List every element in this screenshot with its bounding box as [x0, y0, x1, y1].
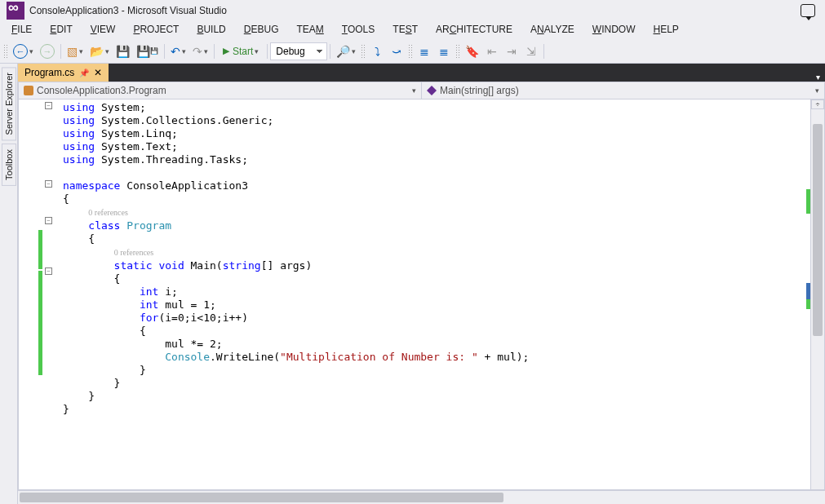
toolbar-grip-4[interactable] — [455, 44, 460, 59]
uncomment-button[interactable]: ≣ — [434, 42, 454, 61]
redo-button[interactable]: ↷ — [189, 42, 211, 61]
step-into-button[interactable]: ⤵ — [367, 42, 387, 61]
scrollbar-thumb[interactable] — [813, 124, 823, 336]
find-in-files-button[interactable]: 🔎 — [333, 42, 359, 61]
scope-selector[interactable]: ConsoleApplication3.Program — [19, 82, 422, 99]
code-text[interactable]: using System; using System.Collections.G… — [55, 99, 805, 489]
menu-window[interactable]: WINDOW — [584, 22, 644, 37]
scrollbar-thumb[interactable] — [20, 493, 503, 502]
class-icon — [24, 86, 33, 95]
open-file-button[interactable]: 📂 — [86, 42, 113, 61]
clear-bookmarks-button[interactable]: ⇲ — [521, 42, 541, 61]
menu-edit[interactable]: EDIT — [42, 22, 80, 37]
change-indicator — [38, 230, 42, 269]
menu-project[interactable]: PROJECT — [125, 22, 187, 37]
server-explorer-tab[interactable]: Server Explorer — [2, 67, 16, 140]
member-label: Main(string[] args) — [440, 85, 519, 96]
toolbar-grip[interactable] — [3, 44, 8, 59]
codelens-references[interactable]: 0 references — [114, 248, 154, 257]
solution-config-select[interactable]: Debug — [270, 42, 327, 60]
start-debug-button[interactable]: ▶Start — [217, 42, 264, 61]
window-title: ConsoleApplication3 - Microsoft Visual S… — [29, 5, 227, 16]
code-navigation-bar: ConsoleApplication3.Program Main(string[… — [18, 82, 825, 99]
pin-tab-icon[interactable]: 📌 — [79, 69, 89, 77]
outline-toggle[interactable]: − — [45, 267, 52, 275]
menu-debug[interactable]: DEBUG — [236, 22, 287, 37]
standard-toolbar: ← → ▧ 📂 💾 💾💾 ↶ ↷ ▶Start Debug 🔎 ⤵ ⤻ ≣ ≣ … — [0, 39, 825, 64]
split-handle-icon[interactable]: ÷ — [811, 99, 824, 109]
step-over-button[interactable]: ⤻ — [387, 42, 406, 61]
comment-out-button[interactable]: ≣ — [415, 42, 434, 61]
outline-toggle[interactable]: − — [45, 102, 52, 109]
tab-overflow-icon[interactable]: ▾ — [811, 73, 825, 82]
menu-help[interactable]: HELP — [645, 22, 686, 37]
method-icon — [427, 86, 437, 95]
new-project-button[interactable]: ▧ — [64, 42, 86, 61]
nav-forward-button[interactable]: → — [37, 42, 58, 61]
menu-architecture[interactable]: ARCHITECTURE — [428, 22, 521, 37]
outline-toggle[interactable]: − — [45, 180, 52, 188]
change-indicator — [38, 271, 42, 375]
save-button[interactable]: 💾 — [113, 42, 133, 61]
close-tab-icon[interactable]: ✕ — [94, 67, 102, 78]
vs-logo-icon — [7, 2, 24, 20]
menu-file[interactable]: FILE — [3, 22, 40, 37]
code-editor[interactable]: − − − − using System; using System.Colle… — [18, 99, 825, 490]
toolbox-tab[interactable]: Toolbox — [2, 144, 16, 186]
feedback-icon[interactable] — [801, 4, 815, 17]
next-bookmark-button[interactable]: ⇥ — [502, 42, 521, 61]
undo-button[interactable]: ↶ — [167, 42, 189, 61]
left-sidebar: Server Explorer Toolbox — [0, 64, 18, 504]
member-selector[interactable]: Main(string[] args) — [422, 82, 824, 99]
document-tab-label: Program.cs — [24, 67, 74, 78]
prev-bookmark-button[interactable]: ⇤ — [482, 42, 502, 61]
bookmark-button[interactable]: 🔖 — [462, 42, 482, 61]
outline-toggle[interactable]: − — [45, 217, 52, 224]
menu-analyze[interactable]: ANALYZE — [522, 22, 583, 37]
menu-bar: FILE EDIT VIEW PROJECT BUILD DEBUG TEAM … — [0, 21, 825, 39]
menu-view[interactable]: VIEW — [82, 22, 124, 37]
start-label: Start — [233, 46, 253, 57]
document-tab-well: Program.cs 📌 ✕ ▾ — [18, 64, 825, 82]
scope-label: ConsoleApplication3.Program — [37, 85, 166, 96]
menu-build[interactable]: BUILD — [189, 22, 233, 37]
vertical-scrollbar[interactable]: ÷ — [810, 99, 824, 489]
toolbar-grip-3[interactable] — [408, 44, 413, 59]
toolbar-grip-2[interactable] — [361, 44, 366, 59]
menu-team[interactable]: TEAM — [288, 22, 331, 37]
menu-tools[interactable]: TOOLS — [334, 22, 383, 37]
nav-back-button[interactable]: ← — [10, 42, 37, 61]
gutter: − − − − — [19, 99, 55, 489]
codelens-references[interactable]: 0 references — [88, 208, 128, 217]
title-bar: ConsoleApplication3 - Microsoft Visual S… — [0, 0, 825, 21]
horizontal-scrollbar[interactable] — [18, 490, 825, 504]
menu-test[interactable]: TEST — [384, 22, 426, 37]
document-tab-program[interactable]: Program.cs 📌 ✕ — [18, 64, 109, 82]
save-all-button[interactable]: 💾💾 — [133, 42, 162, 61]
